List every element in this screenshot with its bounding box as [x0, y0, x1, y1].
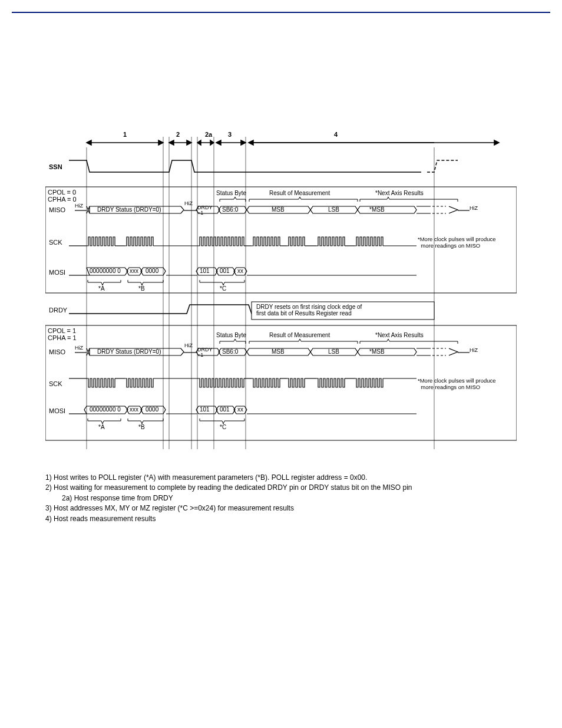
- starA-1: *A: [98, 424, 105, 430]
- note-4: 4) Host reads measurement results: [45, 514, 517, 524]
- starA-0: *A: [98, 285, 105, 292]
- status-byte-1: Status Byte: [216, 332, 246, 338]
- mosi-xxx-1: xxx: [130, 406, 138, 413]
- status-byte-0: Status Byte: [216, 190, 246, 196]
- mosi-cmd3-1: xx: [237, 406, 243, 413]
- miso-label-0: MISO: [49, 206, 65, 213]
- msb-0: MSB: [272, 206, 285, 213]
- svg-marker-4: [169, 140, 174, 145]
- msb-1: MSB: [272, 348, 285, 355]
- drdy-eq1-0: DRDY =1: [197, 205, 213, 216]
- mosi-label-0: MOSI: [49, 269, 65, 276]
- note-2: 2) Host waiting for measurement to compl…: [45, 483, 517, 493]
- svg-marker-8: [210, 140, 214, 145]
- mosi-cmd3-0: xx: [237, 268, 243, 274]
- starC-0: *C: [220, 285, 226, 292]
- cpha1-label: CPHA = 1: [48, 334, 77, 341]
- note-1: 1) Host writes to POLL register (*A) wit…: [45, 473, 517, 483]
- msb2-1: *MSB: [369, 348, 385, 355]
- mosi-cmd2-1: 001: [220, 406, 230, 413]
- mosi-xxx-0: xxx: [130, 268, 138, 274]
- svg-marker-5: [187, 140, 191, 145]
- mosi-poll-0: 00000000 0: [90, 268, 121, 274]
- cpol1-label: CPOL = 1: [48, 327, 76, 334]
- notes-block: 1) Host writes to POLL register (*A) wit…: [45, 473, 517, 524]
- hiz-1b: HiZ: [184, 342, 193, 348]
- sck-label-1: SCK: [49, 380, 62, 387]
- drdy-label: DRDY: [49, 307, 67, 314]
- ssn-label: SSN: [49, 163, 62, 170]
- drdy-reset-label: DRDY resets on first rising clock edge o…: [256, 304, 362, 317]
- result-meas-1: Result of Measurement: [269, 332, 330, 338]
- cpol0-label: CPOL = 0: [48, 189, 76, 196]
- lsb-0: LSB: [328, 206, 339, 213]
- hiz-1a: HiZ: [75, 345, 83, 351]
- drdy-status-1: DRDY Status (DRDY=0): [97, 348, 161, 355]
- mosi-cmd1-1: 101: [200, 406, 210, 413]
- svg-marker-10: [216, 140, 221, 145]
- drdy-status-0: DRDY Status (DRDY=0): [97, 206, 161, 213]
- sck-label-0: SCK: [49, 239, 62, 246]
- mosi-cmd1-0: 101: [200, 268, 210, 274]
- starC-1: *C: [220, 424, 226, 430]
- hiz-0b: HiZ: [184, 200, 193, 206]
- svg-marker-11: [241, 140, 246, 145]
- hiz-0a: HiZ: [75, 203, 83, 209]
- mosi-label-1: MOSI: [49, 407, 65, 414]
- next-axis-0: *Next Axis Results: [375, 190, 424, 196]
- svg-marker-7: [197, 140, 201, 145]
- result-meas-0: Result of Measurement: [269, 190, 330, 196]
- mosi-zeros-1: 0000: [146, 406, 158, 413]
- sb60-0: SB6:0: [222, 206, 238, 213]
- mosi-poll-1: 00000000 0: [90, 406, 121, 413]
- starB-0: *B: [138, 285, 145, 292]
- svg-marker-1: [87, 140, 91, 145]
- mosi-zeros-0: 0000: [146, 268, 158, 274]
- note-3: 3) Host addresses MX, MY or MZ register …: [45, 503, 517, 513]
- hiz-1c: HiZ: [470, 347, 478, 353]
- msb2-0: *MSB: [369, 206, 385, 213]
- hiz-0c: HiZ: [470, 205, 478, 211]
- header-rule: [12, 12, 550, 13]
- svg-marker-2: [158, 140, 163, 145]
- drdy-eq1-1: DRDY =1: [197, 347, 213, 358]
- timing-diagram: 1 2 2a 3 4: [45, 131, 517, 461]
- starB-1: *B: [138, 424, 145, 430]
- note-2a: 2a) Host response time from DRDY: [45, 493, 517, 503]
- sb60-1: SB6:0: [222, 348, 238, 355]
- lsb-1: LSB: [328, 348, 339, 355]
- more-clock-1: *More clock pulses will produce more rea…: [418, 377, 496, 390]
- cpha0-label: CPHA = 0: [48, 196, 77, 203]
- mosi-cmd2-0: 001: [220, 268, 230, 274]
- miso-label-1: MISO: [49, 348, 65, 355]
- next-axis-1: *Next Axis Results: [375, 332, 424, 338]
- more-clock-0: *More clock pulses will produce more rea…: [418, 236, 496, 249]
